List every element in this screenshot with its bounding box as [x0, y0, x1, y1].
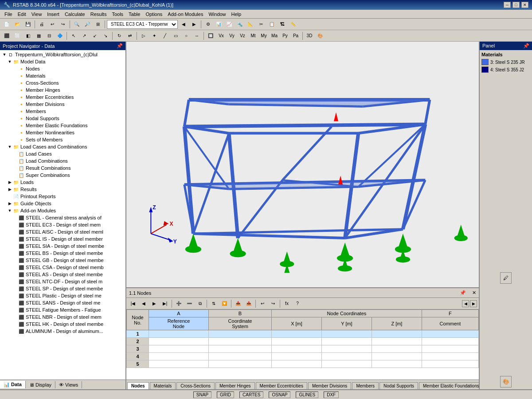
status-snap[interactable]: SNAP [193, 391, 211, 398]
table-filter-btn[interactable]: 🔽 [219, 299, 229, 309]
tb2-line[interactable]: ╱ [160, 31, 170, 41]
close-button[interactable]: ✕ [521, 2, 528, 8]
tb2-btn-5[interactable]: ⊟ [44, 31, 54, 41]
redo-button[interactable]: ↪ [58, 20, 68, 29]
minimize-button[interactable]: ─ [504, 2, 511, 8]
tree-steel-gb[interactable]: ⬛ STEEL GB - Design of steel membe [1, 257, 125, 264]
tb2-view2[interactable]: Vx [216, 31, 226, 41]
cell-1c[interactable] [271, 330, 321, 338]
table-last-btn[interactable]: ▶| [160, 299, 170, 309]
table-export-btn[interactable]: 📤 [244, 299, 254, 309]
tb2-my[interactable]: My [259, 31, 269, 41]
tree-member-hinges[interactable]: 🔸 Member Hinges [1, 86, 125, 94]
status-cartes[interactable]: CARTES [239, 391, 263, 398]
tb2-btn-3[interactable]: ◧ [23, 31, 33, 41]
tb2-rect[interactable]: ▭ [171, 31, 180, 41]
tree-steel-nbr[interactable]: ⬛ STEEL NBR - Design of steel mem [1, 313, 125, 321]
tree-steel-sans[interactable]: ⬛ STEEL SANS - Design of steel me [1, 299, 125, 306]
table-row[interactable]: 5 [127, 360, 479, 368]
tree-member-nonlinearities[interactable]: 🔸 Member Nonlinearities [1, 129, 125, 136]
cell-5b[interactable] [209, 360, 272, 368]
tb2-flip[interactable]: ⇄ [125, 31, 135, 41]
tree-model-data[interactable]: ▼ 📁 Model Data [1, 58, 125, 65]
cell-4f[interactable] [422, 353, 478, 360]
tree-steel-as[interactable]: ⬛ STEEL AS - Design of steel membe [1, 271, 125, 278]
status-dxf[interactable]: DXF [324, 391, 339, 398]
cell-5c[interactable] [271, 360, 321, 368]
tree-steel-csa[interactable]: ⬛ STEEL CSA - Design of steel memb [1, 264, 125, 271]
cell-3d[interactable] [321, 345, 372, 353]
tab-members[interactable]: Members [352, 382, 379, 389]
tb-btn-7[interactable]: 📋 [267, 20, 277, 29]
tb2-btn-10[interactable]: ↘ [101, 31, 110, 41]
nav-pin-icon[interactable]: 📌 [117, 43, 123, 49]
tb2-btn-6[interactable]: 🔷 [55, 31, 65, 41]
menu-view[interactable]: View [29, 11, 45, 18]
menu-insert[interactable]: Insert [44, 11, 62, 18]
table-help-btn[interactable]: ? [293, 299, 302, 309]
table-nav-right[interactable]: ▶ [470, 300, 477, 307]
tree-super-combinations[interactable]: 📋 Super Combinations [1, 172, 125, 179]
tree-expand-results[interactable]: ▶ [7, 187, 12, 192]
tree-expand-loads[interactable]: ▼ [7, 144, 12, 149]
cell-1f[interactable] [422, 330, 478, 338]
tb-btn-4[interactable]: 🔩 [235, 20, 245, 29]
tree-expand-root[interactable]: ▼ [2, 52, 7, 57]
tree-load-cases[interactable]: 📋 Load Cases [1, 150, 125, 157]
menu-calculate[interactable]: Calculate [62, 11, 88, 18]
menu-window[interactable]: Window [206, 11, 228, 18]
cell-4a[interactable] [149, 353, 209, 360]
tb-btn-8[interactable]: 🏗 [278, 20, 287, 29]
tree-expand-guide[interactable]: ▶ [7, 201, 12, 206]
table-undo-btn[interactable]: ↩ [258, 299, 267, 309]
tree-nodes[interactable]: 🔸 Nodes [1, 65, 125, 72]
tb-btn-2[interactable]: 📊 [214, 20, 223, 29]
nav-tab-data[interactable]: 📊 Data [0, 381, 26, 388]
tree-guide-objects[interactable]: ▶ 📁 Guide Objects [1, 200, 125, 207]
tb2-dimension[interactable]: ↔ [192, 31, 202, 41]
tree-printout[interactable]: 📄 Printout Reports [1, 193, 125, 200]
table-first-btn[interactable]: |◀ [128, 299, 138, 309]
tree-members[interactable]: 🔸 Members [1, 108, 125, 115]
menu-help[interactable]: Help [229, 11, 244, 18]
panel-btn-color[interactable]: 🎨 [500, 376, 512, 387]
table-pin-icon[interactable]: 📌 [460, 290, 466, 296]
cell-4c[interactable] [271, 353, 321, 360]
tab-materials[interactable]: Materials [150, 382, 176, 389]
tree-member-elastic[interactable]: 🔸 Member Elastic Foundations [1, 122, 125, 129]
table-formula-btn[interactable]: fx [282, 299, 292, 309]
menu-options[interactable]: Options [143, 11, 165, 18]
tb-btn-6[interactable]: ✂ [256, 20, 266, 29]
tree-cross-sections[interactable]: 🔸 Cross-Sections [1, 79, 125, 86]
tree-member-eccentricities[interactable]: 🔸 Member Eccentricities [1, 94, 125, 101]
tree-steel-hk[interactable]: ⬛ STEEL HK - Design of steel membe [1, 321, 125, 328]
case-dropdown[interactable]: STEEL EC3 CA1 - Treppenw [107, 20, 178, 29]
cell-1a[interactable] [149, 330, 209, 338]
cell-2b[interactable] [209, 338, 272, 345]
tree-expand-model[interactable]: ▼ [7, 59, 12, 64]
tree-addon-modules[interactable]: ▼ 📁 Add-on Modules [1, 207, 125, 214]
cell-3b[interactable] [209, 345, 272, 353]
next-button[interactable]: ▶ [189, 20, 199, 29]
table-row[interactable]: 2 [127, 338, 479, 345]
tree-steel-bs[interactable]: ⬛ STEEL BS - Design of steel membe [1, 250, 125, 257]
cell-5e[interactable] [372, 360, 422, 368]
nav-tab-views[interactable]: 👁 Views [55, 381, 82, 388]
table-del-btn[interactable]: ➖ [184, 299, 194, 309]
menu-addon[interactable]: Add-on Modules [165, 11, 206, 18]
tb2-btn-2[interactable]: ⬜ [12, 31, 22, 41]
tab-member-divisions[interactable]: Member Divisions [308, 382, 351, 389]
table-row[interactable]: 4 [127, 353, 479, 360]
tree-steel-aisc[interactable]: ⬛ STEEL AISC - Design of steel meml [1, 228, 125, 235]
tb-btn-5[interactable]: 📐 [246, 20, 255, 29]
undo-button[interactable]: ↩ [47, 20, 57, 29]
table-sort-btn[interactable]: ⇅ [209, 299, 219, 309]
tb2-btn-4[interactable]: ▦ [34, 31, 43, 41]
tab-nodes[interactable]: Nodes [127, 382, 149, 389]
tree-sets-of-members[interactable]: 🔸 Sets of Members [1, 136, 125, 143]
tree-expand-nodes[interactable] [12, 66, 18, 71]
tb2-pa[interactable]: Pa [291, 31, 301, 41]
viewport-3d[interactable]: Z Y X [126, 42, 479, 287]
tb2-btn-7[interactable]: ↖ [69, 31, 78, 41]
tb2-3d[interactable]: 3D [305, 31, 314, 41]
